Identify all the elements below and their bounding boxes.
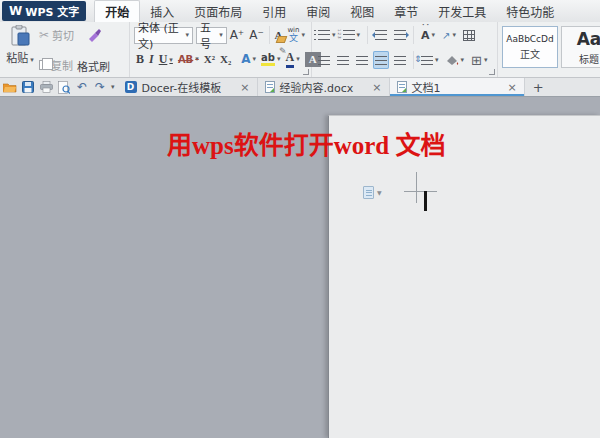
ribbon: 粘贴 剪切 复制 格式刷 宋体 (正文)▾: [0, 22, 600, 78]
new-tab-button[interactable]: +: [525, 78, 552, 96]
style-normal[interactable]: AaBbCcDd 正文: [502, 26, 558, 68]
line-spacing-icon: [421, 56, 433, 65]
decrease-indent-icon: [375, 30, 387, 40]
subscript-button[interactable]: X₂: [218, 50, 233, 68]
shading-button[interactable]: [444, 51, 467, 69]
clipboard-icon: [10, 25, 30, 47]
tab-section[interactable]: 章节: [384, 0, 428, 22]
ribbon-tab-strip: 开始 插入 页面布局 引用 审阅 视图 章节 开发工具 特色功能: [94, 0, 564, 22]
docer-icon: D: [125, 81, 137, 93]
title-bar: W WPS 文字 ▾ 开始 插入 页面布局 引用 审阅 视图 章节 开发工具 特…: [0, 0, 600, 22]
align-right-button[interactable]: [354, 51, 370, 69]
paste-options-button[interactable]: ▼: [363, 186, 382, 199]
align-right-icon: [356, 56, 368, 65]
copy-button[interactable]: 复制: [39, 57, 74, 73]
format-painter-icon: [86, 26, 102, 42]
format-painter-button[interactable]: 格式刷: [77, 25, 110, 75]
app-title: WPS 文字: [25, 3, 79, 19]
bullet-list-button[interactable]: [316, 26, 338, 44]
highlight-button[interactable]: ab: [259, 50, 282, 68]
folder-icon: [3, 82, 17, 93]
tab-developer[interactable]: 开发工具: [428, 0, 496, 22]
grid-settings-button[interactable]: [461, 26, 477, 44]
align-left-icon: [318, 56, 330, 65]
increase-indent-button[interactable]: [392, 26, 408, 44]
font-group: 宋体 (正文)▾ 五号▾ A⁺ A⁻ A win 文 B I U AB X² X…: [130, 22, 312, 77]
styles-group: AaBbCcDd 正文 Aa 标题: [498, 22, 600, 77]
superscript-button[interactable]: X²: [202, 50, 217, 68]
align-left-button[interactable]: [316, 51, 332, 69]
paint-bucket-icon: [446, 55, 459, 66]
cut-button[interactable]: 剪切: [39, 27, 74, 43]
save-button[interactable]: [21, 80, 35, 94]
chevron-down-icon: ▾: [185, 31, 189, 39]
numbered-list-button[interactable]: [341, 26, 363, 44]
document-icon: [265, 81, 275, 93]
asian-layout-button[interactable]: ↗: [440, 26, 458, 44]
pinyin-icon: win 文: [287, 27, 299, 43]
tab-special-features[interactable]: 特色功能: [496, 0, 564, 22]
document-page[interactable]: [328, 115, 600, 438]
font-dialog-launcher-icon[interactable]: [303, 69, 309, 75]
grid-icon: [463, 30, 475, 41]
numbered-list-icon: [343, 30, 355, 40]
paste-options-icon: [363, 186, 374, 199]
style-heading[interactable]: Aa 标题: [561, 26, 600, 68]
bold-button[interactable]: B: [134, 50, 146, 68]
paragraph-dialog-launcher-icon[interactable]: [489, 69, 495, 75]
chevron-down-icon: ▼: [377, 189, 382, 196]
close-tab-icon[interactable]: ×: [240, 81, 249, 94]
paste-button[interactable]: 粘贴: [4, 25, 36, 75]
underline-button[interactable]: U: [157, 50, 175, 68]
distribute-button[interactable]: [392, 51, 408, 69]
increase-indent-icon: [394, 30, 406, 40]
quick-access-toolbar: ▾: [0, 78, 118, 96]
text-effects-button[interactable]: A: [239, 50, 258, 68]
tab-view[interactable]: 视图: [340, 0, 384, 22]
print-preview-icon: [58, 81, 70, 94]
font-family-select[interactable]: 宋体 (正文)▾: [134, 27, 193, 44]
line-spacing-button[interactable]: [419, 51, 441, 69]
justify-button[interactable]: [373, 51, 389, 69]
decrease-indent-button[interactable]: [373, 26, 389, 44]
text-caret: [424, 191, 427, 211]
redo-button[interactable]: [93, 80, 107, 94]
doctab-jingyan[interactable]: 经验内容.docx ×: [258, 78, 390, 96]
align-center-button[interactable]: [335, 51, 351, 69]
strikethrough-button[interactable]: AB: [176, 50, 201, 68]
open-button[interactable]: [3, 80, 17, 94]
chevron-down-icon: ▾: [219, 31, 223, 39]
pinyin-guide-button[interactable]: win 文: [285, 26, 307, 44]
text-tools-button[interactable]: A: [419, 26, 437, 44]
close-tab-icon[interactable]: ×: [508, 81, 517, 94]
wps-logo-button[interactable]: W WPS 文字 ▾: [2, 1, 86, 21]
distribute-icon: [394, 56, 406, 65]
copy-icon: [39, 60, 48, 70]
margin-crop-mark-vertical: [416, 172, 417, 203]
margin-crop-mark-horizontal: [404, 191, 437, 192]
tab-insert[interactable]: 插入: [140, 0, 184, 22]
justify-icon: [375, 56, 387, 65]
borders-button[interactable]: [469, 51, 489, 69]
clear-formatting-button[interactable]: A: [272, 26, 284, 44]
document-canvas: 用wps软件打开word 文档 ▼: [0, 97, 600, 438]
italic-button[interactable]: I: [147, 50, 156, 68]
shrink-font-button[interactable]: A⁻: [247, 26, 266, 44]
doctab-docer[interactable]: D Docer-在线模板 ×: [118, 78, 258, 96]
grow-font-button[interactable]: A⁺: [228, 26, 247, 44]
print-button[interactable]: [39, 80, 53, 94]
close-tab-icon[interactable]: ×: [372, 81, 381, 94]
tab-home[interactable]: 开始: [94, 0, 140, 22]
undo-button[interactable]: [75, 80, 89, 94]
bullet-list-icon: [318, 30, 330, 40]
tab-references[interactable]: 引用: [252, 0, 296, 22]
tab-page-layout[interactable]: 页面布局: [184, 0, 252, 22]
align-center-icon: [337, 56, 349, 65]
printer-icon: [40, 81, 53, 93]
quick-access-dropdown[interactable]: ▾: [111, 83, 115, 91]
doctab-document1[interactable]: 文档1 ×: [390, 78, 525, 96]
paragraph-group: A ↗: [312, 22, 498, 77]
print-preview-button[interactable]: [57, 80, 71, 94]
font-size-select[interactable]: 五号▾: [196, 27, 227, 44]
tab-review[interactable]: 审阅: [296, 0, 340, 22]
